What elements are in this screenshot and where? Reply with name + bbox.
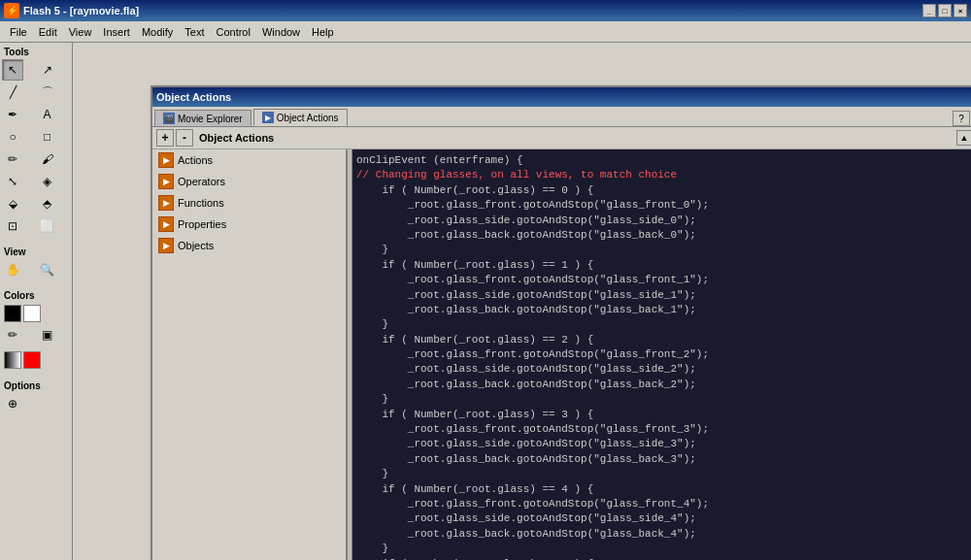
- functions-label: Functions: [178, 197, 224, 209]
- eyedropper[interactable]: ⊡: [2, 215, 23, 237]
- oval-tool[interactable]: ○: [2, 126, 23, 148]
- pen-tool[interactable]: ✒: [2, 104, 23, 125]
- code-editor[interactable]: onClipEvent (enterframe) { // Changing g…: [352, 149, 971, 560]
- actions-label: Actions: [178, 154, 213, 166]
- menu-bar: File Edit View Insert Modify Text Contro…: [0, 21, 971, 43]
- workspace: Object Actions × 🎬 Movie Explorer ▶ Obje…: [73, 43, 971, 560]
- tool-grid: ↖ ↗ ╱ ⌒ ✒ A ○ □ ✏ 🖌 ⤡ ◈ ⬙ ⬘ ⊡ ⬜: [2, 59, 70, 237]
- tab-object-actions[interactable]: ▶ Object Actions: [253, 109, 348, 126]
- rect-tool[interactable]: □: [37, 126, 58, 148]
- swap-colors-btn[interactable]: [23, 351, 41, 369]
- app-title: Flash 5 - [raymovie.fla]: [23, 5, 922, 16]
- lasso-tool[interactable]: ⌒: [37, 82, 58, 103]
- actions-icon: ▶: [158, 152, 174, 168]
- properties-icon: ▶: [158, 216, 174, 232]
- stroke-color-swatch[interactable]: [4, 305, 21, 322]
- movie-explorer-icon: 🎬: [163, 113, 175, 124]
- menu-insert[interactable]: Insert: [97, 24, 136, 40]
- maximize-button[interactable]: □: [938, 4, 952, 17]
- transform-tool[interactable]: ⤡: [2, 171, 23, 192]
- fill-tool[interactable]: ◈: [37, 171, 58, 192]
- menu-window[interactable]: Window: [256, 24, 306, 40]
- pencil-tool[interactable]: ✏: [2, 148, 23, 170]
- properties-label: Properties: [178, 218, 226, 230]
- menu-text[interactable]: Text: [179, 24, 210, 40]
- text-tool[interactable]: A: [37, 104, 58, 125]
- paint-bucket[interactable]: ⬘: [37, 193, 58, 214]
- menu-view[interactable]: View: [63, 24, 98, 40]
- help-button[interactable]: ?: [953, 111, 970, 126]
- arrow-tool[interactable]: ↖: [2, 59, 23, 81]
- window-title-bar: Object Actions ×: [152, 87, 971, 107]
- main-layout: Tools ↖ ↗ ╱ ⌒ ✒ A ○ □ ✏ 🖌 ⤡ ◈ ⬙ ⬘ ⊡ ⬜ Vi…: [0, 43, 971, 560]
- actions-toolbar-title: Object Actions: [199, 132, 274, 144]
- functions-item[interactable]: ▶ Functions: [152, 192, 346, 214]
- view-label: View: [2, 245, 70, 259]
- options-label: Options: [2, 379, 70, 393]
- objects-item[interactable]: ▶ Objects: [152, 235, 346, 256]
- tab-controls: ? ▶: [953, 111, 971, 126]
- tab-movie-explorer[interactable]: 🎬 Movie Explorer: [154, 110, 251, 126]
- hand-tool[interactable]: ✋: [2, 259, 23, 280]
- fill-color-btn[interactable]: ▣: [37, 324, 58, 346]
- app-title-bar: ⚡ Flash 5 - [raymovie.fla] _ □ ×: [0, 0, 971, 21]
- black-white-btn[interactable]: [4, 351, 21, 369]
- minimize-button[interactable]: _: [922, 4, 936, 17]
- tools-label: Tools: [2, 45, 70, 59]
- brush-tool[interactable]: 🖌: [37, 148, 58, 170]
- movie-explorer-label: Movie Explorer: [178, 114, 243, 124]
- actions-item[interactable]: ▶ Actions: [152, 149, 346, 171]
- subselect-tool[interactable]: ↗: [37, 59, 58, 81]
- operators-icon: ▶: [158, 174, 174, 189]
- color-mode-grid: [2, 349, 70, 371]
- code-panel-container: onClipEvent (enterframe) { // Changing g…: [352, 149, 971, 560]
- functions-icon: ▶: [158, 195, 174, 211]
- object-actions-tab-label: Object Actions: [277, 113, 339, 123]
- properties-item[interactable]: ▶ Properties: [152, 214, 346, 235]
- object-actions-window: Object Actions × 🎬 Movie Explorer ▶ Obje…: [151, 85, 971, 560]
- eraser-tool[interactable]: ⬜: [37, 215, 58, 237]
- zoom-tool[interactable]: 🔍: [37, 259, 58, 280]
- menu-edit[interactable]: Edit: [33, 24, 63, 40]
- menu-file[interactable]: File: [4, 24, 33, 40]
- fill-color-swatch[interactable]: [23, 305, 41, 322]
- objects-icon: ▶: [158, 238, 174, 253]
- menu-modify[interactable]: Modify: [136, 24, 179, 40]
- close-button[interactable]: ×: [954, 4, 967, 17]
- object-actions-tab-icon: ▶: [262, 112, 274, 123]
- operators-item[interactable]: ▶ Operators: [152, 171, 346, 192]
- line-tool[interactable]: ╱: [2, 82, 23, 103]
- tab-bar: 🎬 Movie Explorer ▶ Object Actions ? ▶: [152, 107, 971, 127]
- objects-label: Objects: [178, 240, 214, 251]
- left-toolbar: Tools ↖ ↗ ╱ ⌒ ✒ A ○ □ ✏ 🖌 ⤡ ◈ ⬙ ⬘ ⊡ ⬜ Vi…: [0, 43, 73, 560]
- window-title: Object Actions: [156, 91, 231, 103]
- remove-action-button[interactable]: -: [176, 129, 193, 147]
- left-panel: ▶ Actions ▶ Operators ▶ Functions ▶ Prop…: [152, 149, 347, 560]
- operators-label: Operators: [178, 176, 225, 187]
- color-tool-grid: ✏ ▣: [2, 324, 70, 346]
- scroll-up-button[interactable]: ▲: [956, 130, 971, 146]
- app-icon: ⚡: [4, 3, 19, 18]
- add-action-button[interactable]: +: [156, 129, 174, 147]
- colors-label: Colors: [2, 288, 70, 303]
- snap-btn[interactable]: ⊕: [2, 393, 23, 414]
- content-area: ▶ Actions ▶ Operators ▶ Functions ▶ Prop…: [152, 149, 971, 560]
- options-grid: ⊕: [2, 393, 70, 414]
- stroke-color-btn[interactable]: ✏: [2, 324, 23, 346]
- ink-bottle[interactable]: ⬙: [2, 193, 23, 214]
- view-tool-grid: ✋ 🔍: [2, 259, 70, 280]
- menu-control[interactable]: Control: [210, 24, 255, 40]
- title-bar-controls: _ □ ×: [922, 4, 967, 17]
- menu-help[interactable]: Help: [306, 24, 340, 40]
- toolbar-right: ▲ ▼: [956, 130, 971, 146]
- action-toolbar: + - Object Actions ▲ ▼: [152, 127, 971, 149]
